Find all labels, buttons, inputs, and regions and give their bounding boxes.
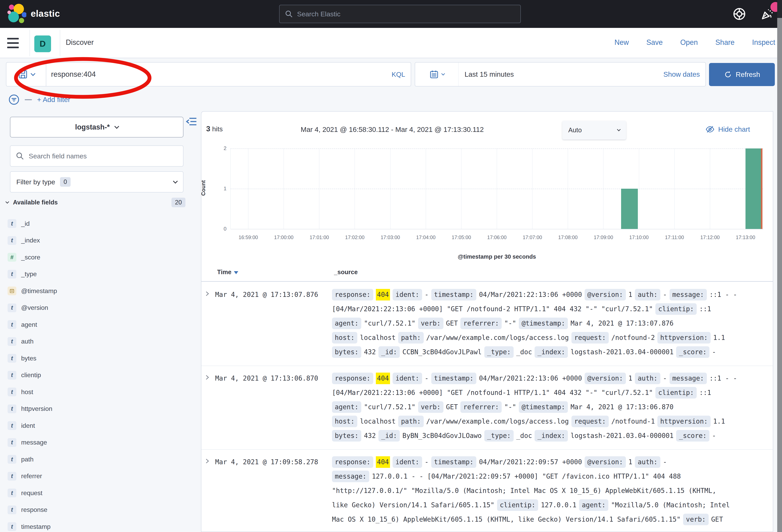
field-item-clientip[interactable]: tclientip	[6, 367, 193, 384]
field-item-timestamp[interactable]: ttimestamp	[6, 518, 193, 532]
field-item-auth[interactable]: tauth	[6, 333, 193, 350]
field-item-response[interactable]: tresponse	[6, 501, 193, 519]
field-name-pill: verb:	[683, 514, 708, 525]
field-item-_index[interactable]: t_index	[6, 232, 193, 249]
string-type-icon: t	[8, 489, 16, 497]
field-item-bytes[interactable]: tbytes	[6, 350, 193, 367]
field-name-pill: referrer:	[460, 401, 502, 413]
filter-by-type-select[interactable]: Filter by type 0	[10, 172, 183, 192]
x-tick-label: 16:59:00	[231, 234, 266, 240]
expand-row-chevron-icon[interactable]	[201, 288, 215, 359]
time-range-value[interactable]: Last 15 minutes	[459, 70, 663, 78]
add-filter-button[interactable]: + Add filter	[37, 96, 70, 104]
field-value: localhost	[360, 334, 396, 342]
field-name-pill: host:	[332, 416, 357, 427]
help-icon[interactable]	[732, 7, 747, 21]
field-item-@timestamp[interactable]: @timestamp	[6, 282, 193, 300]
fields-sidebar: logstash-* Search field names Filter by …	[0, 111, 201, 532]
histogram-chart[interactable]	[230, 148, 763, 229]
filter-row: + Add filter	[8, 94, 70, 105]
nav-action-new[interactable]: New	[614, 38, 629, 47]
query-input[interactable]: response:404	[46, 70, 392, 78]
nav-action-share[interactable]: Share	[715, 38, 735, 47]
interval-select[interactable]: Auto	[562, 121, 626, 140]
field-value: Mac OS X 10_15_6) AppleWebKit/605.1.15 (…	[332, 516, 680, 523]
field-name: clientip	[21, 371, 41, 379]
histogram-bar-17:13:00[interactable]	[746, 148, 762, 229]
field-item-request[interactable]: trequest	[6, 485, 193, 501]
field-value: logstash-2021.03.04-000001	[570, 432, 674, 440]
field-item-_id[interactable]: t_id	[6, 215, 193, 232]
discover-app-badge[interactable]: D	[34, 35, 51, 52]
query-language-button[interactable]: KQL	[392, 71, 411, 78]
saved-query-menu-button[interactable]	[6, 63, 46, 86]
string-type-icon: t	[8, 522, 16, 531]
field-name-pill: request:	[571, 332, 609, 343]
y-tick-label: 1	[213, 186, 226, 192]
column-header-time[interactable]: Time	[217, 269, 238, 276]
filter-icon[interactable]	[8, 94, 20, 105]
field-value: CCBN_3cB04dGovJLPawl	[402, 348, 482, 356]
nav-action-inspect[interactable]: Inspect	[752, 38, 775, 47]
date-quick-select-button[interactable]	[415, 63, 459, 86]
field-name-pill: timestamp:	[431, 373, 476, 384]
table-row: Mar 4, 2021 @ 17:09:58.278response:404id…	[201, 450, 773, 532]
available-fields-label: Available fields	[13, 199, 167, 206]
nav-action-save[interactable]: Save	[646, 38, 663, 47]
field-item-_type[interactable]: t_type	[6, 266, 193, 283]
field-value: "-"	[504, 403, 516, 411]
refresh-button[interactable]: Refresh	[709, 63, 775, 86]
field-value: 04/Mar/2021:22:13:06 +0000	[479, 374, 582, 382]
expand-row-chevron-icon[interactable]	[201, 371, 215, 443]
show-dates-button[interactable]: Show dates	[663, 70, 705, 78]
row-timestamp: Mar 4, 2021 @ 17:13:07.876	[215, 288, 332, 359]
string-type-icon: t	[8, 219, 16, 228]
field-item-httpversion[interactable]: thttpversion	[6, 401, 193, 417]
field-item-referrer[interactable]: treferrer	[6, 468, 193, 485]
field-value: 1.1	[713, 334, 725, 342]
global-search-placeholder: Search Elastic	[297, 10, 340, 18]
field-item-path[interactable]: tpath	[6, 451, 193, 468]
field-name-pill: message:	[670, 373, 707, 384]
time-end-marker	[761, 148, 762, 229]
field-name-pill: _type:	[484, 346, 513, 358]
field-item-_score[interactable]: #_score	[6, 249, 193, 266]
field-name-pill: _score:	[676, 430, 709, 442]
field-item-host[interactable]: thost	[6, 384, 193, 401]
field-value: "Mozilla/5.0 (Macintosh; Intel	[611, 501, 730, 509]
field-name-pill: @version:	[584, 373, 626, 384]
field-value: GET	[446, 319, 458, 327]
available-fields-header[interactable]: Available fields 20	[6, 196, 185, 208]
scrollbar-thumb[interactable]	[777, 18, 782, 532]
field-search-input[interactable]: Search field names	[10, 146, 183, 166]
table-row: Mar 4, 2021 @ 17:13:06.870response:404id…	[201, 366, 773, 450]
x-tick-label: 17:00:00	[266, 234, 301, 240]
index-pattern-select[interactable]: logstash-*	[10, 117, 183, 138]
field-name-pill: request:	[571, 416, 609, 427]
field-item-ident[interactable]: tident	[6, 417, 193, 434]
expand-row-chevron-icon[interactable]	[201, 455, 215, 527]
field-item-agent[interactable]: tagent	[6, 316, 193, 333]
menu-icon[interactable]	[7, 36, 22, 50]
field-value: ::1	[699, 305, 711, 313]
hide-chart-button[interactable]: Hide chart	[705, 125, 750, 134]
nav-action-open[interactable]: Open	[680, 38, 698, 47]
field-item-message[interactable]: tmessage	[6, 434, 193, 451]
collapse-sidebar-icon[interactable]	[185, 116, 198, 127]
global-search-input[interactable]: Search Elastic	[279, 5, 521, 23]
x-tick-label: 17:09:00	[586, 234, 621, 240]
field-name: bytes	[21, 355, 36, 362]
histogram-bar-17:09:30[interactable]	[621, 189, 638, 229]
field-name-pill: response:	[332, 373, 373, 384]
hits-label: hits	[212, 125, 223, 133]
field-value: Mar 4, 2021 @ 17:13:07.876	[570, 319, 674, 327]
field-name-pill: @timestamp:	[519, 317, 568, 329]
field-item-@version[interactable]: t@version	[6, 300, 193, 316]
field-name-pill: agent:	[579, 499, 608, 511]
column-header-source[interactable]: _source	[334, 269, 358, 276]
field-search-placeholder: Search field names	[29, 152, 87, 160]
elastic-logo[interactable]: elastic	[7, 4, 60, 24]
field-value: 1	[629, 291, 633, 299]
field-value: -	[663, 458, 667, 466]
date-type-icon	[8, 287, 16, 295]
